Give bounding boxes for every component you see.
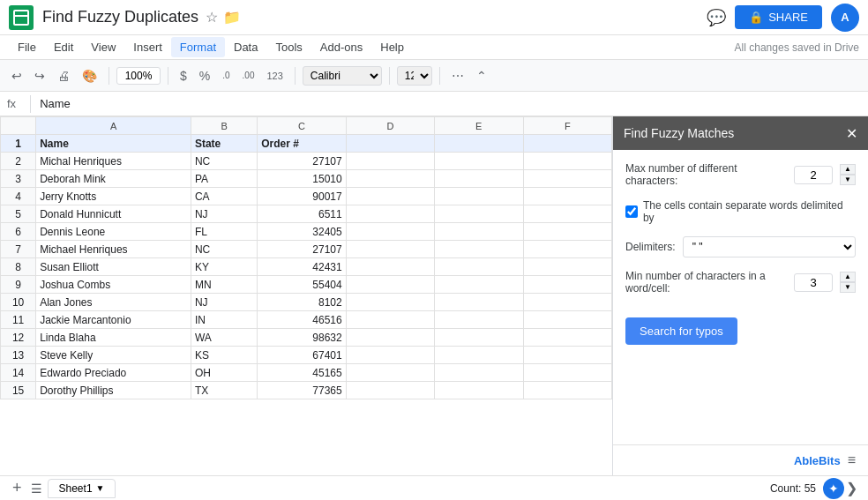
cell-f2[interactable] <box>523 153 612 170</box>
state-cell[interactable]: NC <box>191 241 257 258</box>
sheet-tab[interactable]: Sheet1 ▼ <box>48 479 116 498</box>
percent-button[interactable]: % <box>195 66 214 86</box>
cell-f6[interactable] <box>523 223 612 241</box>
state-cell[interactable]: TX <box>191 382 257 399</box>
expand-button[interactable]: ⌃ <box>472 66 491 86</box>
number-format-button[interactable]: 123 <box>263 68 288 84</box>
cell-f7[interactable] <box>523 241 612 258</box>
header-e[interactable] <box>435 135 523 153</box>
panel-menu-icon[interactable]: ≡ <box>848 452 856 468</box>
currency-button[interactable]: $ <box>176 66 191 86</box>
comment-button[interactable]: 💬 <box>707 8 726 27</box>
menu-format[interactable]: Format <box>171 37 225 57</box>
cell-e4[interactable] <box>435 188 523 205</box>
header-d[interactable] <box>346 135 434 153</box>
max-chars-down[interactable]: ▼ <box>840 175 856 185</box>
state-cell[interactable]: PA <box>191 170 257 188</box>
order-cell[interactable]: 98632 <box>258 329 346 347</box>
cell-f3[interactable] <box>523 170 612 188</box>
name-cell[interactable]: Steve Kelly <box>36 347 191 364</box>
cell-e9[interactable] <box>435 276 523 294</box>
cell-f9[interactable] <box>523 276 612 294</box>
order-cell[interactable]: 42431 <box>258 258 346 276</box>
order-cell[interactable]: 6511 <box>258 205 346 223</box>
order-cell[interactable]: 45165 <box>258 364 346 382</box>
max-chars-input[interactable] <box>794 166 833 184</box>
header-order[interactable]: Order # <box>258 135 346 153</box>
state-cell[interactable]: CA <box>191 188 257 205</box>
cell-d9[interactable] <box>346 276 434 294</box>
cell-d15[interactable] <box>346 382 434 399</box>
cell-f11[interactable] <box>523 311 612 329</box>
cell-f5[interactable] <box>523 205 612 223</box>
undo-button[interactable]: ↩ <box>7 66 26 86</box>
cell-d7[interactable] <box>346 241 434 258</box>
order-cell[interactable]: 15010 <box>258 170 346 188</box>
order-cell[interactable]: 32405 <box>258 223 346 241</box>
col-header-a[interactable]: A <box>36 117 191 135</box>
cell-d8[interactable] <box>346 258 434 276</box>
cell-e14[interactable] <box>435 364 523 382</box>
cell-d5[interactable] <box>346 205 434 223</box>
state-cell[interactable]: IN <box>191 311 257 329</box>
name-cell[interactable]: Michal Henriques <box>36 153 191 170</box>
order-cell[interactable]: 77365 <box>258 382 346 399</box>
words-checkbox[interactable] <box>625 205 638 218</box>
header-name[interactable]: Name <box>36 135 191 153</box>
font-select[interactable]: Calibri <box>303 66 382 86</box>
name-cell[interactable]: Susan Elliott <box>36 258 191 276</box>
name-cell[interactable]: Linda Blaha <box>36 329 191 347</box>
header-state[interactable]: State <box>191 135 257 153</box>
order-cell[interactable]: 67401 <box>258 347 346 364</box>
min-chars-input[interactable] <box>794 273 833 292</box>
cell-e11[interactable] <box>435 311 523 329</box>
col-header-c[interactable]: C <box>258 117 346 135</box>
cell-e3[interactable] <box>435 170 523 188</box>
order-cell[interactable]: 55404 <box>258 276 346 294</box>
col-header-b[interactable]: B <box>191 117 257 135</box>
name-cell[interactable]: Jerry Knotts <box>36 188 191 205</box>
menu-file[interactable]: File <box>9 37 45 57</box>
cell-d6[interactable] <box>346 223 434 241</box>
menu-addons[interactable]: Add-ons <box>311 37 371 57</box>
name-cell[interactable]: Edwardo Preciado <box>36 364 191 382</box>
cell-e2[interactable] <box>435 153 523 170</box>
cell-e6[interactable] <box>435 223 523 241</box>
state-cell[interactable]: NC <box>191 153 257 170</box>
print-button[interactable]: 🖨 <box>53 66 74 86</box>
order-cell[interactable]: 8102 <box>258 294 346 311</box>
col-header-d[interactable]: D <box>346 117 434 135</box>
cell-e5[interactable] <box>435 205 523 223</box>
order-cell[interactable]: 27107 <box>258 153 346 170</box>
name-cell[interactable]: Joshua Combs <box>36 276 191 294</box>
more-button[interactable]: ⋯ <box>447 66 468 86</box>
sheet-list-button[interactable]: ☰ <box>31 481 42 496</box>
cell-f14[interactable] <box>523 364 612 382</box>
col-header-e[interactable]: E <box>435 117 523 135</box>
state-cell[interactable]: KY <box>191 258 257 276</box>
name-cell[interactable]: Donald Hunnicutt <box>36 205 191 223</box>
name-cell[interactable]: Dorothy Phillips <box>36 382 191 399</box>
order-cell[interactable]: 46516 <box>258 311 346 329</box>
star-icon[interactable]: ☆ <box>206 9 218 26</box>
cell-f13[interactable] <box>523 347 612 364</box>
max-chars-up[interactable]: ▲ <box>840 164 856 175</box>
name-cell[interactable]: Michael Henriques <box>36 241 191 258</box>
cell-f12[interactable] <box>523 329 612 347</box>
col-header-f[interactable]: F <box>523 117 612 135</box>
menu-data[interactable]: Data <box>225 37 266 57</box>
header-f[interactable] <box>523 135 612 153</box>
state-cell[interactable]: NJ <box>191 294 257 311</box>
state-cell[interactable]: KS <box>191 347 257 364</box>
state-cell[interactable]: OH <box>191 364 257 382</box>
menu-insert[interactable]: Insert <box>124 37 171 57</box>
state-cell[interactable]: NJ <box>191 205 257 223</box>
folder-icon[interactable]: 📁 <box>223 9 241 26</box>
cell-e12[interactable] <box>435 329 523 347</box>
cell-d13[interactable] <box>346 347 434 364</box>
state-cell[interactable]: WA <box>191 329 257 347</box>
decimal-dec-button[interactable]: .0 <box>218 68 234 83</box>
cell-f10[interactable] <box>523 294 612 311</box>
explore-button[interactable]: ✦ <box>823 478 844 499</box>
cell-d2[interactable] <box>346 153 434 170</box>
